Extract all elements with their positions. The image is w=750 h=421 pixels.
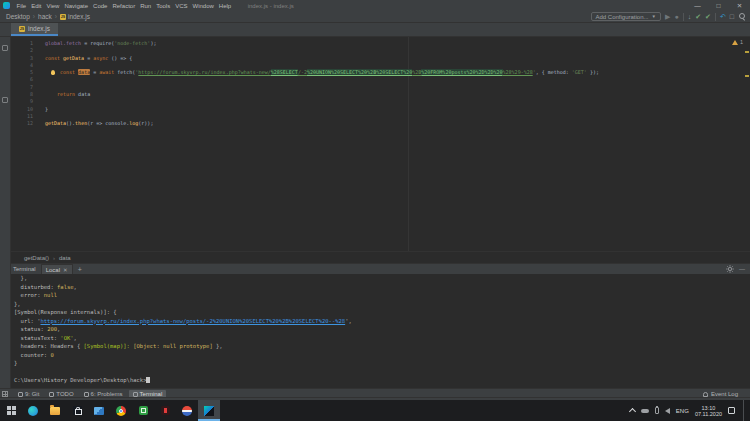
code-line [45,113,740,120]
menu-code[interactable]: Code [91,3,110,9]
code-token: getData [45,120,66,126]
taskbar-app-green[interactable] [132,400,154,421]
structure-toolwindow-icon[interactable] [2,97,8,103]
menu-navigate[interactable]: Navigate [62,3,91,9]
terminal-text: statusText: [14,335,60,341]
restore-icon[interactable]: □ [730,13,734,21]
intention-bulb-icon[interactable] [51,70,55,75]
minimize-panel-icon[interactable]: — [739,266,745,272]
terminal-tab-local[interactable]: Local ✕ [41,264,73,274]
code-token: () => { [108,55,132,61]
breadcrumb-item-file[interactable]: JSindex.js [58,13,92,20]
taskbar-edge[interactable] [22,400,44,421]
code-token: https://forum.skyvrp.ru/index.php?whats-… [138,69,270,75]
taskbar-photos[interactable] [88,400,110,421]
git-update-icon[interactable]: ↓ [688,13,692,21]
terminal-text: 200 [47,326,57,332]
code-breadcrumb-item[interactable]: getData() [24,255,49,261]
action-center-icon[interactable] [728,407,735,414]
terminal-line: headers: Headers { [Symbol(map)]: [Objec… [14,342,750,351]
tray-expand-icon[interactable] [629,408,636,415]
tab-index-js[interactable]: JS index.js [11,23,58,36]
terminal-settings-icon[interactable] [726,265,734,274]
taskbar-app-sphere[interactable] [176,400,198,421]
taskbar-start[interactable] [0,400,22,421]
terminal-text: null [44,292,57,298]
search-icon[interactable] [738,13,746,21]
volume-icon[interactable] [665,408,670,414]
language-indicator[interactable]: ENG [676,408,689,414]
code-token: global [45,40,63,46]
code-token: %20FROM%20posts%20%2D%2D%20 [421,69,502,75]
debug-icon[interactable]: ● [674,13,678,21]
terminal-link[interactable]: https://forum.skyvrp.ru/index.php?whats-… [41,318,346,324]
code-token: fetch( [117,69,135,75]
taskbar-app-red[interactable] [154,400,176,421]
terminal-text: } [14,360,17,366]
toolbar-separator [683,13,684,21]
onedrive-icon[interactable] [641,409,649,413]
terminal-output[interactable]: }, disturbed: false, error: null},[Symbo… [11,274,750,388]
new-terminal-tab-button[interactable]: + [78,266,82,273]
terminal-panel-label: Terminal [13,266,36,272]
terminal-text: [Object: null prototype] [133,343,212,349]
line-number: 2 [11,47,40,54]
git-push-icon[interactable]: ✔ [705,13,711,21]
code-line: global.fetch = require('node-fetch'); [45,40,740,47]
line-number: 5 [11,69,40,76]
show-desktop-button[interactable] [743,400,746,421]
terminal-line: url: 'https://forum.skyvrp.ru/index.php?… [14,317,750,326]
code-token: const [45,55,63,61]
taskbar-chrome[interactable] [110,400,132,421]
git-commit-icon[interactable]: ✔ [695,13,701,21]
menu-window[interactable]: Window [190,3,216,9]
terminal-text: false [57,284,74,290]
code-content[interactable]: global.fetch = require('node-fetch');con… [45,40,740,128]
minimize-button[interactable]: — [687,0,708,11]
event-log-icon [703,392,708,397]
menu-help[interactable]: Help [216,3,233,9]
file-explorer-icon [50,407,60,415]
code-line: const data = await fetch('https://forum.… [45,69,740,76]
error-stripe-mark[interactable] [745,51,749,53]
inspections-widget[interactable]: 1 [732,39,743,45]
error-stripe-mark[interactable] [745,75,749,77]
tray-date: 07.11.2020 [695,411,722,417]
code-token: const [60,69,78,75]
code-breadcrumb-item[interactable]: data [59,255,71,261]
taskbar-file-explorer[interactable] [44,400,66,421]
close-terminal-tab-icon[interactable]: ✕ [63,267,68,273]
code-token: data [75,91,90,97]
taskbar-webstorm[interactable] [198,400,220,421]
breadcrumb-item[interactable]: Desktop [4,13,32,20]
menu-vcs[interactable]: VCS [173,3,190,9]
clock[interactable]: 13:10 07.11.2020 [695,405,722,417]
menu-refactor[interactable]: Refactor [110,3,138,9]
toolwindow-icon [133,392,138,397]
project-toolwindow-icon[interactable] [2,45,8,51]
maximize-button[interactable]: □ [708,0,729,11]
menu-view[interactable]: View [44,3,62,9]
code-line [45,98,740,105]
main-toolbar: Add Configuration... ▼ ▶●↓✔✔↶□ [591,12,747,21]
terminal-line: status: 200, [14,325,750,334]
menu-tools[interactable]: Tools [154,3,173,9]
terminal-line: C:\Users\History Developer\Desktop\hack> [14,376,750,385]
terminal-text: }, [14,301,21,307]
breadcrumb-item[interactable]: hack [36,13,54,20]
line-number: 6 [11,76,40,83]
taskbar-store[interactable] [66,400,88,421]
terminal-text: status: [14,326,47,332]
editor-area[interactable]: 123456789101112 global.fetch = require('… [0,37,750,251]
run-icon[interactable]: ▶ [665,13,670,21]
menu-file[interactable]: File [14,3,29,9]
run-configuration-select[interactable]: Add Configuration... ▼ [591,12,662,21]
undo-icon[interactable]: ↶ [720,13,726,21]
menu-run[interactable]: Run [138,3,154,9]
terminal-line: counter: 0 [14,351,750,360]
battery-icon[interactable] [655,407,659,414]
menu-edit[interactable]: Edit [29,3,44,9]
close-button[interactable]: ✕ [729,0,750,11]
line-number: 3 [11,55,40,62]
breadcrumb-label: index.js [68,13,90,20]
